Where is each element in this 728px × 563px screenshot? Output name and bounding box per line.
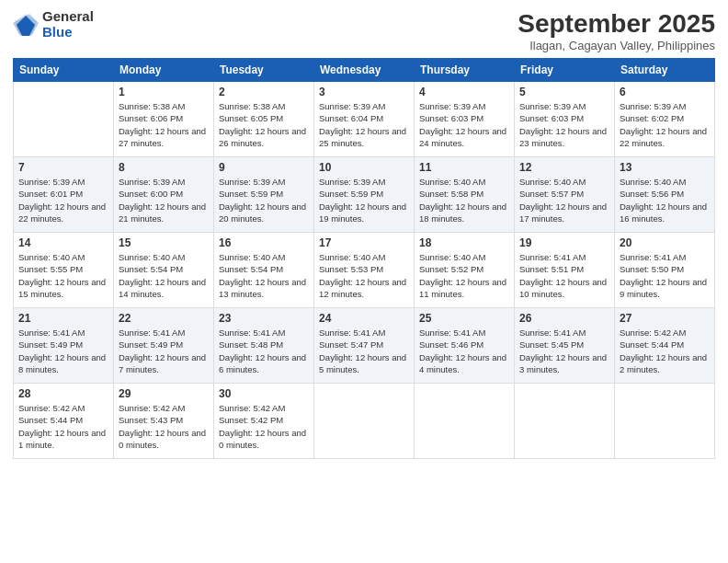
day-number: 19: [519, 236, 609, 249]
day-number: 18: [419, 236, 509, 249]
table-row: [14, 82, 114, 157]
day-number: 16: [219, 236, 309, 249]
day-info: Sunrise: 5:39 AMSunset: 5:59 PMDaylight:…: [219, 176, 309, 224]
day-number: 9: [219, 161, 309, 174]
day-info: Sunrise: 5:41 AMSunset: 5:51 PMDaylight:…: [519, 251, 609, 300]
day-number: 21: [18, 312, 108, 325]
day-number: 2: [219, 86, 309, 98]
table-row: 16Sunrise: 5:40 AMSunset: 5:54 PMDayligh…: [214, 233, 314, 308]
day-info: Sunrise: 5:40 AMSunset: 5:58 PMDaylight:…: [419, 176, 509, 224]
day-info: Sunrise: 5:41 AMSunset: 5:50 PMDaylight:…: [620, 251, 710, 300]
day-info: Sunrise: 5:39 AMSunset: 5:59 PMDaylight:…: [319, 176, 409, 224]
table-row: 24Sunrise: 5:41 AMSunset: 5:47 PMDayligh…: [314, 308, 415, 384]
table-row: [415, 384, 515, 459]
day-number: 15: [119, 236, 209, 249]
day-number: 7: [18, 161, 108, 174]
logo: General Blue: [13, 9, 94, 40]
day-number: 6: [620, 86, 710, 98]
table-row: 23Sunrise: 5:41 AMSunset: 5:48 PMDayligh…: [214, 308, 314, 384]
day-info: Sunrise: 5:40 AMSunset: 5:53 PMDaylight:…: [319, 251, 409, 300]
table-row: 6Sunrise: 5:39 AMSunset: 6:02 PMDaylight…: [615, 82, 715, 157]
table-row: 25Sunrise: 5:41 AMSunset: 5:46 PMDayligh…: [415, 308, 515, 384]
day-info: Sunrise: 5:42 AMSunset: 5:43 PMDaylight:…: [119, 402, 209, 451]
header-tuesday: Tuesday: [214, 59, 314, 82]
header: General Blue September 2025 Ilagan, Caga…: [13, 9, 715, 52]
day-info: Sunrise: 5:39 AMSunset: 6:03 PMDaylight:…: [419, 100, 509, 149]
day-info: Sunrise: 5:42 AMSunset: 5:42 PMDaylight:…: [219, 402, 309, 451]
logo-general-text: General: [42, 9, 94, 25]
calendar-week-row: 21Sunrise: 5:41 AMSunset: 5:49 PMDayligh…: [14, 308, 715, 384]
day-info: Sunrise: 5:40 AMSunset: 5:54 PMDaylight:…: [219, 251, 309, 300]
day-info: Sunrise: 5:40 AMSunset: 5:57 PMDaylight:…: [519, 176, 609, 224]
day-number: 13: [620, 161, 710, 174]
header-sunday: Sunday: [14, 59, 114, 82]
day-info: Sunrise: 5:40 AMSunset: 5:56 PMDaylight:…: [620, 176, 710, 224]
day-number: 11: [419, 161, 509, 174]
logo-icon: [13, 12, 39, 38]
header-saturday: Saturday: [615, 59, 715, 82]
day-info: Sunrise: 5:42 AMSunset: 5:44 PMDaylight:…: [18, 402, 108, 451]
day-number: 26: [519, 312, 609, 325]
day-info: Sunrise: 5:39 AMSunset: 6:02 PMDaylight:…: [620, 100, 710, 149]
table-row: 5Sunrise: 5:39 AMSunset: 6:03 PMDaylight…: [515, 82, 615, 157]
logo-blue-text: Blue: [42, 25, 94, 40]
day-number: 24: [319, 312, 409, 325]
day-info: Sunrise: 5:41 AMSunset: 5:47 PMDaylight:…: [319, 327, 409, 375]
table-row: 22Sunrise: 5:41 AMSunset: 5:49 PMDayligh…: [114, 308, 214, 384]
logo-text: General Blue: [42, 9, 94, 40]
day-info: Sunrise: 5:41 AMSunset: 5:45 PMDaylight:…: [519, 327, 609, 375]
title-block: September 2025 Ilagan, Cagayan Valley, P…: [518, 9, 715, 52]
day-info: Sunrise: 5:39 AMSunset: 6:03 PMDaylight:…: [519, 100, 609, 149]
day-info: Sunrise: 5:39 AMSunset: 6:00 PMDaylight:…: [119, 176, 209, 224]
day-info: Sunrise: 5:41 AMSunset: 5:48 PMDaylight:…: [219, 327, 309, 375]
table-row: 8Sunrise: 5:39 AMSunset: 6:00 PMDaylight…: [114, 157, 214, 233]
calendar-week-row: 28Sunrise: 5:42 AMSunset: 5:44 PMDayligh…: [14, 384, 715, 459]
day-number: 23: [219, 312, 309, 325]
day-number: 12: [519, 161, 609, 174]
day-info: Sunrise: 5:40 AMSunset: 5:55 PMDaylight:…: [18, 251, 108, 300]
day-number: 5: [519, 86, 609, 98]
calendar-week-row: 7Sunrise: 5:39 AMSunset: 6:01 PMDaylight…: [14, 157, 715, 233]
weekday-header-row: Sunday Monday Tuesday Wednesday Thursday…: [14, 59, 715, 82]
day-number: 17: [319, 236, 409, 249]
table-row: 20Sunrise: 5:41 AMSunset: 5:50 PMDayligh…: [615, 233, 715, 308]
day-number: 27: [620, 312, 710, 325]
day-info: Sunrise: 5:38 AMSunset: 6:05 PMDaylight:…: [219, 100, 309, 149]
day-info: Sunrise: 5:41 AMSunset: 5:49 PMDaylight:…: [18, 327, 108, 375]
day-info: Sunrise: 5:38 AMSunset: 6:06 PMDaylight:…: [119, 100, 209, 149]
table-row: 11Sunrise: 5:40 AMSunset: 5:58 PMDayligh…: [415, 157, 515, 233]
day-info: Sunrise: 5:40 AMSunset: 5:52 PMDaylight:…: [419, 251, 509, 300]
day-info: Sunrise: 5:39 AMSunset: 6:01 PMDaylight:…: [18, 176, 108, 224]
table-row: 13Sunrise: 5:40 AMSunset: 5:56 PMDayligh…: [615, 157, 715, 233]
day-number: 22: [119, 312, 209, 325]
day-number: 1: [119, 86, 209, 98]
day-number: 30: [219, 387, 309, 400]
day-number: 14: [18, 236, 108, 249]
day-number: 28: [18, 387, 108, 400]
calendar-table: Sunday Monday Tuesday Wednesday Thursday…: [13, 58, 715, 459]
table-row: 18Sunrise: 5:40 AMSunset: 5:52 PMDayligh…: [415, 233, 515, 308]
month-title: September 2025: [518, 9, 715, 39]
day-number: 20: [620, 236, 710, 249]
day-info: Sunrise: 5:41 AMSunset: 5:46 PMDaylight:…: [419, 327, 509, 375]
table-row: 21Sunrise: 5:41 AMSunset: 5:49 PMDayligh…: [14, 308, 114, 384]
table-row: [515, 384, 615, 459]
day-info: Sunrise: 5:41 AMSunset: 5:49 PMDaylight:…: [119, 327, 209, 375]
day-info: Sunrise: 5:40 AMSunset: 5:54 PMDaylight:…: [119, 251, 209, 300]
table-row: 9Sunrise: 5:39 AMSunset: 5:59 PMDaylight…: [214, 157, 314, 233]
calendar-week-row: 1Sunrise: 5:38 AMSunset: 6:06 PMDaylight…: [14, 82, 715, 157]
table-row: 27Sunrise: 5:42 AMSunset: 5:44 PMDayligh…: [615, 308, 715, 384]
table-row: 26Sunrise: 5:41 AMSunset: 5:45 PMDayligh…: [515, 308, 615, 384]
table-row: 12Sunrise: 5:40 AMSunset: 5:57 PMDayligh…: [515, 157, 615, 233]
day-info: Sunrise: 5:42 AMSunset: 5:44 PMDaylight:…: [620, 327, 710, 375]
table-row: [615, 384, 715, 459]
table-row: 30Sunrise: 5:42 AMSunset: 5:42 PMDayligh…: [214, 384, 314, 459]
header-thursday: Thursday: [415, 59, 515, 82]
table-row: 28Sunrise: 5:42 AMSunset: 5:44 PMDayligh…: [14, 384, 114, 459]
day-info: Sunrise: 5:39 AMSunset: 6:04 PMDaylight:…: [319, 100, 409, 149]
location: Ilagan, Cagayan Valley, Philippines: [518, 39, 715, 52]
page: General Blue September 2025 Ilagan, Caga…: [0, 0, 728, 563]
day-number: 8: [119, 161, 209, 174]
table-row: 29Sunrise: 5:42 AMSunset: 5:43 PMDayligh…: [114, 384, 214, 459]
header-monday: Monday: [114, 59, 214, 82]
